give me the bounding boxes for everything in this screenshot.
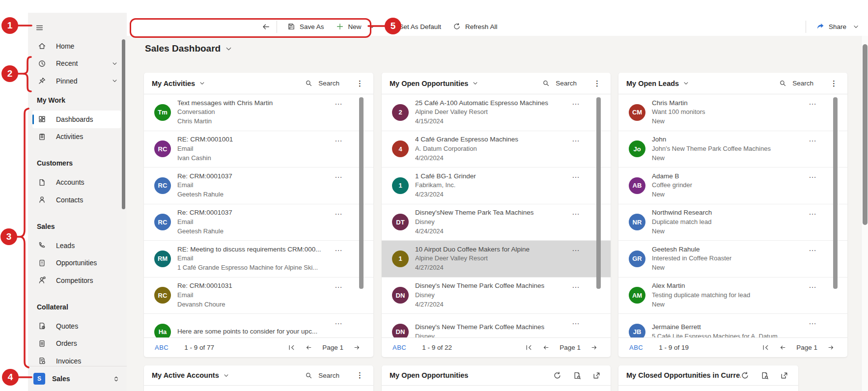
card-title[interactable]: My Open Opportunities bbox=[390, 80, 478, 87]
sidebar-item-activities[interactable]: Activities bbox=[32, 128, 121, 146]
card-report-button[interactable] bbox=[573, 371, 581, 380]
row-more-icon[interactable]: … bbox=[806, 317, 820, 327]
card-scrollbar[interactable] bbox=[833, 97, 838, 289]
row-more-icon[interactable]: … bbox=[806, 280, 820, 290]
refresh-all-button[interactable]: Refresh All bbox=[447, 18, 503, 35]
page-prev-button[interactable] bbox=[305, 344, 312, 351]
new-button[interactable]: New bbox=[330, 18, 381, 35]
list-item[interactable]: AMAlex MartinTesting duplicate matching … bbox=[618, 278, 847, 314]
list-item[interactable]: ABAdame BCoffee grinderNew… bbox=[618, 168, 847, 204]
row-more-icon[interactable]: … bbox=[332, 317, 346, 327]
card-title[interactable]: My Open Leads bbox=[626, 80, 689, 87]
card-title[interactable]: My Activities bbox=[152, 80, 205, 87]
card-more-menu-button[interactable]: ⋮ bbox=[830, 79, 838, 88]
list-item[interactable]: HaHere are some points to consider for y… bbox=[144, 314, 373, 337]
dashboard-title[interactable]: Sales Dashboard bbox=[145, 43, 232, 54]
sidebar-item-opportunities[interactable]: Opportunities bbox=[32, 254, 121, 272]
row-more-icon[interactable]: … bbox=[569, 317, 583, 327]
page-first-button[interactable] bbox=[762, 344, 769, 351]
sidebar-item-contacts[interactable]: Contacts bbox=[32, 191, 121, 209]
card-refresh-button[interactable] bbox=[741, 371, 749, 380]
sidebar-scrollbar[interactable] bbox=[122, 39, 125, 209]
list-item[interactable]: RMRE: Meeting to discuss requirements CR… bbox=[144, 241, 373, 278]
list-item[interactable]: 44 Café Grande Espresso MachinesA. Datum… bbox=[382, 131, 611, 168]
sidebar-item-quotes[interactable]: Quotes bbox=[32, 317, 121, 335]
card-title[interactable]: My Closed Opportunities in Curre... bbox=[626, 371, 741, 379]
list-item[interactable]: TmText messages with Chris MartinConvers… bbox=[144, 94, 373, 131]
list-item[interactable]: DTDisney'sNew Theme Park Tea MachinesDis… bbox=[382, 204, 611, 241]
row-more-icon[interactable]: … bbox=[332, 170, 346, 180]
list-item[interactable]: RCRE: CRM:0001001EmailIvan Cashin… bbox=[144, 131, 373, 168]
list-item[interactable]: JBJermaine Berrett5 Café Lite Espresso M… bbox=[618, 314, 847, 337]
card-search-button[interactable]: Search bbox=[302, 79, 342, 87]
row-more-icon[interactable]: … bbox=[806, 97, 820, 107]
sidebar-item-leads[interactable]: Leads bbox=[32, 237, 121, 254]
row-more-icon[interactable]: … bbox=[806, 244, 820, 253]
row-more-icon[interactable]: … bbox=[806, 134, 820, 144]
list-item[interactable]: NRNorthwind ResearchDuplicate match lead… bbox=[618, 204, 847, 241]
sidebar-item-home[interactable]: Home bbox=[32, 37, 121, 55]
card-popout-button[interactable] bbox=[780, 371, 788, 380]
row-more-icon[interactable]: … bbox=[569, 244, 583, 253]
card-search-button[interactable]: Search bbox=[539, 79, 580, 87]
page-next-button[interactable] bbox=[353, 344, 361, 351]
row-more-icon[interactable]: … bbox=[806, 207, 820, 217]
row-more-icon[interactable]: … bbox=[569, 280, 583, 290]
list-item[interactable]: DNDisney's New Theme Park Coffee Machine… bbox=[382, 278, 611, 314]
card-popout-button[interactable] bbox=[592, 371, 601, 380]
list-item[interactable]: CMChris MartinWant 100 monitorsNew… bbox=[618, 94, 847, 131]
page-prev-button[interactable] bbox=[779, 344, 786, 351]
row-more-icon[interactable]: … bbox=[332, 280, 346, 290]
card-refresh-button[interactable] bbox=[553, 371, 561, 380]
row-more-icon[interactable]: … bbox=[332, 97, 346, 107]
page-next-button[interactable] bbox=[590, 344, 598, 351]
card-search-button[interactable]: Search bbox=[302, 371, 342, 380]
row-more-icon[interactable]: … bbox=[332, 134, 346, 144]
list-item[interactable]: 11 Café BG-1 GrinderFabrikam, Inc.4/23/2… bbox=[382, 168, 611, 204]
card-scrollbar[interactable] bbox=[596, 97, 601, 289]
page-prev-button[interactable] bbox=[542, 344, 550, 351]
sidebar-item-recent[interactable]: Recent bbox=[32, 55, 121, 73]
row-more-icon[interactable]: … bbox=[569, 207, 583, 217]
list-item[interactable]: 225 Café A-100 Automatic Espresso Machin… bbox=[382, 94, 611, 131]
card-more-menu-button[interactable]: ⋮ bbox=[356, 371, 364, 380]
card-title[interactable]: My Active Accounts bbox=[152, 371, 229, 379]
row-more-icon[interactable]: … bbox=[569, 170, 583, 180]
card-report-button[interactable] bbox=[760, 371, 769, 380]
page-scrollbar[interactable] bbox=[861, 36, 868, 391]
list-item[interactable]: 110 Airpot Duo Coffee Makers for AlpineA… bbox=[382, 241, 611, 278]
list-item[interactable]: RCRe: CRM:0001031EmailDevansh Choure… bbox=[144, 278, 373, 314]
back-button[interactable] bbox=[259, 19, 272, 34]
list-item[interactable]: GRGeetesh RahuleInterested in Coffee Roa… bbox=[618, 241, 847, 278]
card-scrollbar[interactable] bbox=[359, 97, 364, 289]
area-switcher[interactable]: S Sales bbox=[28, 366, 127, 391]
card-more-menu-button[interactable]: ⋮ bbox=[593, 79, 601, 88]
row-more-icon[interactable]: … bbox=[332, 207, 346, 217]
row-more-icon[interactable]: … bbox=[332, 244, 346, 253]
list-item[interactable]: DNDisney's New Theme Park Coffee Machine… bbox=[382, 314, 611, 337]
sidebar-item-pinned[interactable]: Pinned bbox=[32, 72, 121, 90]
jump-bar-abc[interactable]: ABC bbox=[629, 344, 643, 351]
save-as-button[interactable]: Save As bbox=[281, 18, 330, 35]
sidebar-item-dashboards[interactable]: Dashboards bbox=[32, 111, 121, 128]
card-title[interactable]: My Open Opportunities bbox=[390, 371, 468, 379]
row-more-icon[interactable]: … bbox=[569, 134, 583, 144]
menu-icon[interactable] bbox=[32, 21, 46, 34]
card-search-button[interactable]: Search bbox=[776, 79, 816, 87]
sidebar-item-competitors[interactable]: Competitors bbox=[32, 272, 121, 289]
jump-bar-abc[interactable]: ABC bbox=[392, 344, 406, 351]
row-more-icon[interactable]: … bbox=[806, 170, 820, 180]
page-first-button[interactable] bbox=[288, 344, 295, 351]
jump-bar-abc[interactable]: ABC bbox=[155, 344, 168, 351]
list-item[interactable]: JoJohnJohn's New Theme Park Coffee Machi… bbox=[618, 131, 847, 168]
list-item[interactable]: RCRe: CRM:0001037EmailGeetesh Rahule… bbox=[144, 168, 373, 204]
sidebar-item-accounts[interactable]: Accounts bbox=[32, 174, 121, 192]
list-item[interactable]: RCRe: CRM:0001037EmailGeetesh Rahule… bbox=[144, 204, 373, 241]
card-more-menu-button[interactable]: ⋮ bbox=[356, 79, 364, 88]
row-more-icon[interactable]: … bbox=[569, 97, 583, 107]
share-button[interactable]: Share bbox=[811, 18, 865, 35]
page-scrollbar-thumb[interactable] bbox=[863, 44, 868, 225]
page-next-button[interactable] bbox=[827, 344, 835, 351]
sidebar-item-orders[interactable]: Orders bbox=[32, 335, 121, 353]
page-first-button[interactable] bbox=[525, 344, 532, 351]
